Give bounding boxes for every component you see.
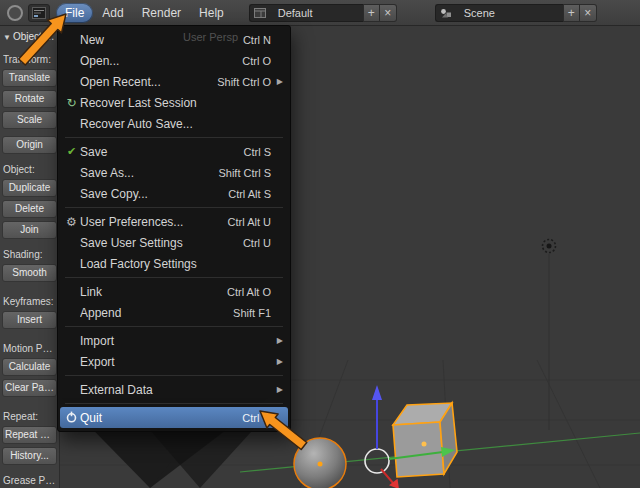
label-object: Object: [3, 164, 57, 176]
submenu-arrow-icon: ▶ [272, 77, 283, 86]
menu-item-load-factory-settings[interactable]: Load Factory Settings [60, 253, 288, 274]
menu-item-save-user-settings[interactable]: Save User Settings Ctrl U [60, 232, 288, 253]
label-motion-paths: Motion Paths: [3, 343, 57, 355]
manipulator-center-circle[interactable] [365, 449, 389, 473]
tool-button-history[interactable]: History... [2, 447, 57, 465]
tool-button-clear-paths[interactable]: Clear Paths [2, 379, 57, 397]
screen-layout-selector: Default + × [249, 4, 397, 22]
tool-button-join[interactable]: Join [2, 221, 57, 239]
menu-add[interactable]: Add [93, 3, 132, 23]
menu-item-recover-auto-save[interactable]: Recover Auto Save... [60, 113, 288, 134]
menu-item-append[interactable]: Append Shift F1 [60, 302, 288, 323]
label-keyframes: Keyframes: [3, 296, 57, 308]
sphere-origin-dot [318, 462, 323, 467]
menu-separator [65, 403, 283, 404]
menu-separator [65, 207, 283, 208]
screen-layout-name-field[interactable]: Default [271, 4, 363, 22]
menu-item-new[interactable]: New Ctrl N [60, 29, 288, 50]
label-transform: Transform: [3, 54, 57, 66]
menu-item-external-data[interactable]: External Data ▶ [60, 379, 288, 400]
tool-button-smooth[interactable]: Smooth [2, 264, 57, 282]
menu-item-save-copy[interactable]: Save Copy... Ctrl Alt S [60, 183, 288, 204]
menu-separator [65, 375, 283, 376]
sphere-object[interactable] [294, 438, 346, 488]
menu-item-open[interactable]: Open... Ctrl O [60, 50, 288, 71]
label-shading: Shading: [3, 249, 57, 261]
submenu-arrow-icon: ▶ [272, 336, 283, 345]
screen-layout-add-button[interactable]: + [363, 4, 380, 22]
editor-type-icon [32, 7, 46, 19]
screen-layout-unlink-button[interactable]: × [380, 4, 397, 22]
cube-object[interactable] [393, 403, 457, 477]
scene-selector: Scene + × [435, 4, 597, 22]
menu-item-user-preferences[interactable]: ⚙ User Preferences... Ctrl Alt U [60, 211, 288, 232]
menu-item-open-recent[interactable]: Open Recent... Shift Ctrl O ▶ [60, 71, 288, 92]
menu-help[interactable]: Help [190, 3, 233, 23]
recover-icon: ↻ [63, 97, 80, 109]
scene-browse-button[interactable] [435, 4, 457, 22]
tool-button-delete[interactable]: Delete [2, 200, 57, 218]
scene-name-field[interactable]: Scene [457, 4, 563, 22]
screen-layout-browse-button[interactable] [249, 4, 271, 22]
tool-button-translate[interactable]: Translate [2, 69, 57, 87]
screen-layout-icon [254, 8, 266, 18]
tool-button-repeat-last[interactable]: Repeat Last [2, 426, 57, 444]
info-header: File Add Render Help Default + × Scene +… [0, 0, 640, 26]
scene-unlink-button[interactable]: × [580, 4, 597, 22]
scene-add-button[interactable]: + [563, 4, 580, 22]
menu-render[interactable]: Render [133, 3, 190, 23]
power-icon [66, 411, 77, 423]
blender-window: { "header": { "menus": { "file": "File",… [0, 0, 640, 488]
menu-separator [65, 277, 283, 278]
menu-item-save-as[interactable]: Save As... Shift Ctrl S [60, 162, 288, 183]
lamp-object[interactable] [543, 240, 556, 253]
editor-type-selector[interactable] [28, 4, 50, 22]
menu-item-save[interactable]: ✔ Save Ctrl S [60, 141, 288, 162]
menu-file[interactable]: File [56, 3, 93, 23]
menu-item-export[interactable]: Export ▶ [60, 351, 288, 372]
tool-button-scale[interactable]: Scale [2, 111, 57, 129]
scene-icon [440, 8, 452, 18]
preferences-icon: ⚙ [63, 216, 80, 228]
tool-button-duplicate[interactable]: Duplicate [2, 179, 57, 197]
cube-origin-dot [422, 442, 427, 447]
tool-button-insert[interactable]: Insert [2, 311, 57, 329]
file-menu-dropdown: New Ctrl N Open... Ctrl O Open Recent...… [57, 25, 291, 432]
panel-title: Object Tools [13, 31, 59, 42]
manipulator-z-arrow[interactable] [372, 385, 382, 449]
checkmark-icon: ✔ [63, 146, 80, 157]
tool-button-rotate[interactable]: Rotate [2, 90, 57, 108]
label-grease-pencil: Grease Pencil: [3, 475, 57, 487]
menu-separator [65, 326, 283, 327]
tool-button-origin[interactable]: Origin [2, 136, 57, 154]
submenu-arrow-icon: ▶ [272, 385, 283, 394]
collapse-triangle-icon: ▼ [3, 33, 11, 42]
blender-logo-icon [7, 5, 23, 21]
menu-item-link[interactable]: Link Ctrl Alt O [60, 281, 288, 302]
menu-item-import[interactable]: Import ▶ [60, 330, 288, 351]
tool-button-calculate[interactable]: Calculate [2, 358, 57, 376]
menu-item-quit[interactable]: Quit Ctrl Q [60, 407, 288, 428]
submenu-arrow-icon: ▶ [272, 357, 283, 366]
label-repeat: Repeat: [3, 411, 57, 423]
menu-separator [65, 137, 283, 138]
tool-shelf: ▼Object Tools Transform: Translate Rotat… [0, 26, 60, 488]
panel-header-object-tools[interactable]: ▼Object Tools [0, 28, 59, 46]
menu-item-recover-last-session[interactable]: ↻ Recover Last Session [60, 92, 288, 113]
